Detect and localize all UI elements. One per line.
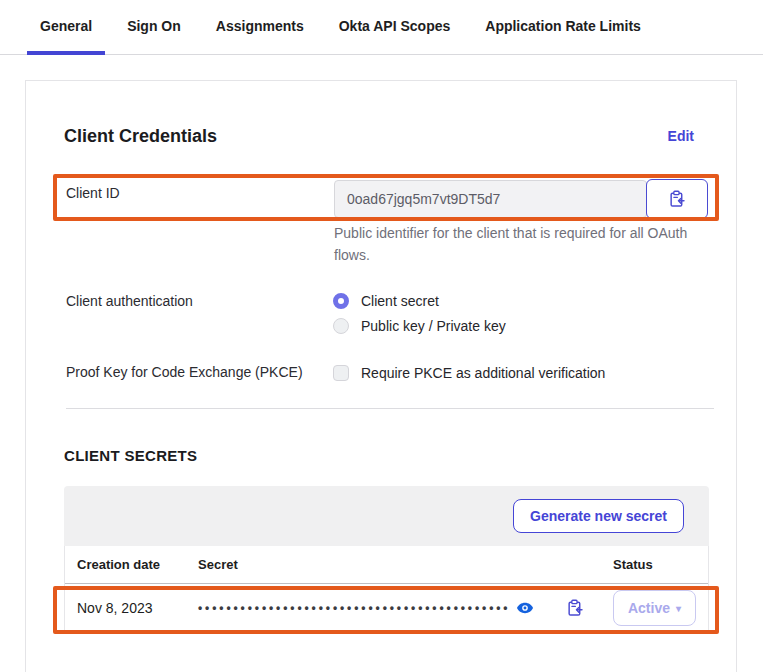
radio-client-secret-label: Client secret (361, 293, 439, 309)
masked-secret-value: ••••••••••••••••••••••••••••••••••••••••… (198, 601, 510, 615)
client-authentication-label: Client authentication (66, 293, 193, 309)
pkce-option-label: Require PKCE as additional verification (361, 365, 605, 381)
okta-app-settings-page: General Sign On Assignments Okta API Sco… (0, 0, 763, 672)
pkce-checkbox[interactable] (333, 365, 349, 381)
client-secrets-table-body: Creation date Secret Status Nov 8, 2023 … (64, 546, 709, 632)
eye-icon (516, 599, 534, 617)
column-header-creation-date: Creation date (77, 557, 198, 572)
generate-new-secret-button[interactable]: Generate new secret (513, 499, 684, 533)
general-settings-card: Client Credentials Edit Client ID 0oad67… (25, 80, 737, 672)
tab-application-rate-limits[interactable]: Application Rate Limits (472, 0, 654, 55)
radio-public-private-key[interactable] (333, 318, 349, 334)
caret-down-icon: ▾ (676, 603, 681, 614)
secret-creation-date: Nov 8, 2023 (77, 600, 198, 616)
section-title: Client Credentials (64, 126, 217, 147)
radio-client-secret[interactable] (333, 293, 349, 309)
copy-client-id-button[interactable] (646, 179, 708, 219)
table-header-row: Creation date Secret Status (65, 546, 708, 584)
client-secrets-title: CLIENT SECRETS (64, 447, 197, 464)
client-id-label: Client ID (66, 185, 120, 201)
tab-assignments[interactable]: Assignments (203, 0, 317, 55)
table-row: Nov 8, 2023 ••••••••••••••••••••••••••••… (65, 584, 708, 632)
reveal-secret-button[interactable] (516, 599, 534, 617)
clipboard-copy-icon (668, 190, 686, 208)
tab-bar: General Sign On Assignments Okta API Sco… (0, 0, 763, 55)
clipboard-copy-icon (566, 599, 584, 617)
status-dropdown-button[interactable]: Active ▾ (613, 590, 696, 626)
radio-public-private-key-label: Public key / Private key (361, 318, 506, 334)
copy-secret-button[interactable] (566, 599, 584, 617)
tab-general[interactable]: General (27, 0, 105, 55)
status-badge: Active (628, 600, 670, 616)
tab-sign-on[interactable]: Sign On (114, 0, 194, 55)
column-header-status: Status (613, 557, 708, 572)
edit-link[interactable]: Edit (668, 128, 694, 144)
section-divider (66, 408, 714, 409)
tab-okta-api-scopes[interactable]: Okta API Scopes (326, 0, 464, 55)
client-id-help-text: Public identifier for the client that is… (334, 222, 706, 266)
client-secrets-toolbar: Generate new secret (64, 486, 709, 546)
client-id-field[interactable]: 0oad67jgq5m7vt9DT5d7 (334, 180, 647, 218)
status-cell: Active ▾ (613, 590, 708, 626)
secret-cell: ••••••••••••••••••••••••••••••••••••••••… (198, 599, 613, 617)
client-secrets-table: Generate new secret Creation date Secret… (64, 486, 709, 632)
pkce-label: Proof Key for Code Exchange (PKCE) (66, 364, 303, 380)
column-header-secret: Secret (198, 557, 613, 572)
